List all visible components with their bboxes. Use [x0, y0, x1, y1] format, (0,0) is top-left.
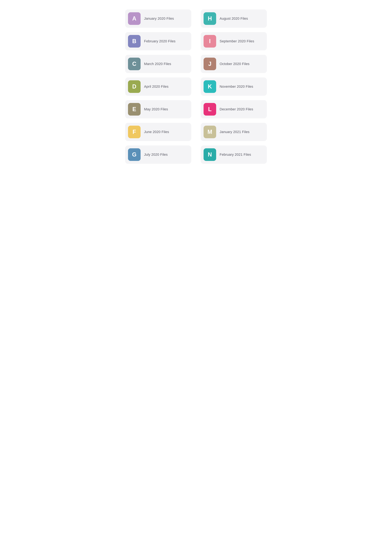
folder-label-h: August 2020 Files	[220, 16, 248, 21]
folder-item-n[interactable]: NFebruary 2021 Files	[201, 146, 267, 164]
folder-label-e: May 2020 Files	[144, 107, 168, 111]
folder-item-d[interactable]: DApril 2020 Files	[125, 77, 191, 96]
folder-label-k: November 2020 Files	[220, 85, 253, 89]
folder-item-j[interactable]: JOctober 2020 Files	[201, 55, 267, 73]
folder-icon-e: E	[128, 103, 141, 116]
folder-label-m: January 2021 Files	[220, 130, 249, 134]
folder-item-g[interactable]: GJuly 2020 Files	[125, 146, 191, 164]
folder-item-m[interactable]: MJanuary 2021 Files	[201, 123, 267, 141]
folder-icon-b: B	[128, 35, 141, 48]
folder-label-j: October 2020 Files	[220, 62, 249, 66]
folder-icon-k: K	[203, 80, 216, 93]
folder-item-a[interactable]: AJanuary 2020 Files	[125, 9, 191, 28]
folder-icon-l: L	[203, 103, 216, 116]
folder-item-e[interactable]: EMay 2020 Files	[125, 100, 191, 118]
folder-icon-m: M	[203, 126, 216, 138]
folder-icon-n: N	[203, 148, 216, 161]
folder-item-b[interactable]: BFebruary 2020 Files	[125, 32, 191, 50]
folder-icon-i: I	[203, 35, 216, 48]
folder-item-i[interactable]: ISeptember 2020 Files	[201, 32, 267, 50]
folder-label-g: July 2020 Files	[144, 153, 168, 157]
folder-icon-c: C	[128, 58, 141, 70]
folder-icon-a: A	[128, 12, 141, 25]
folder-label-a: January 2020 Files	[144, 16, 174, 21]
folder-item-h[interactable]: HAugust 2020 Files	[201, 9, 267, 28]
folder-label-c: March 2020 Files	[144, 62, 171, 66]
folder-label-i: September 2020 Files	[220, 39, 254, 43]
folder-icon-h: H	[203, 12, 216, 25]
folder-icon-g: G	[128, 148, 141, 161]
folder-label-n: February 2021 Files	[220, 153, 251, 157]
folder-label-l: December 2020 Files	[220, 107, 253, 111]
folder-icon-f: F	[128, 126, 141, 138]
folder-label-b: February 2020 Files	[144, 39, 175, 43]
folder-item-l[interactable]: LDecember 2020 Files	[201, 100, 267, 118]
folder-item-c[interactable]: CMarch 2020 Files	[125, 55, 191, 73]
folder-label-f: June 2020 Files	[144, 130, 169, 134]
folder-label-d: April 2020 Files	[144, 85, 168, 89]
folder-icon-d: D	[128, 80, 141, 93]
folder-item-k[interactable]: KNovember 2020 Files	[201, 77, 267, 96]
folder-icon-j: J	[203, 58, 216, 70]
folder-grid: AJanuary 2020 FilesHAugust 2020 FilesBFe…	[125, 9, 267, 164]
folder-item-f[interactable]: FJune 2020 Files	[125, 123, 191, 141]
